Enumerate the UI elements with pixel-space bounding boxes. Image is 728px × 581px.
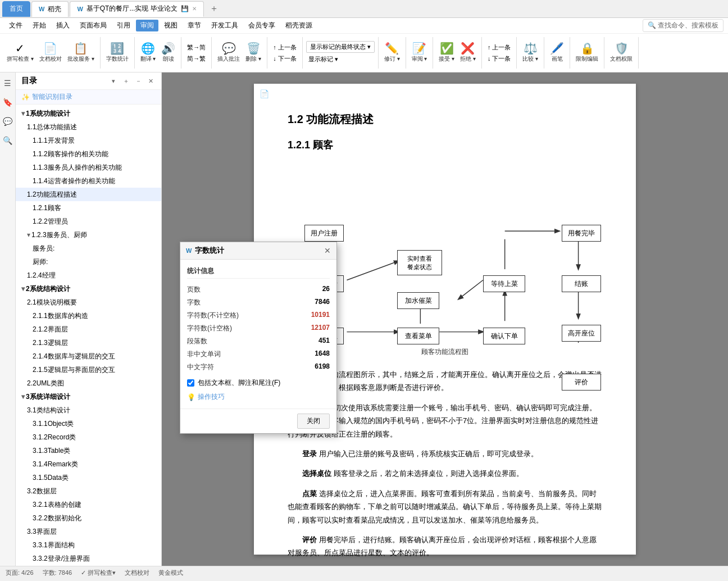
menu-insert[interactable]: 插入 xyxy=(52,20,74,31)
toc-item[interactable]: 1.2.4经理 xyxy=(16,269,161,282)
toc-item[interactable]: ▾2系统结构设计 xyxy=(16,282,161,296)
comments-panel-btn[interactable]: 💬 xyxy=(2,115,14,128)
toc-add-btn[interactable]: ＋ xyxy=(121,76,131,86)
smart-toc-btn[interactable]: ✨ 智能识别目录 xyxy=(21,92,72,102)
toc-minus-btn[interactable]: － xyxy=(133,76,143,86)
toc-item[interactable]: 1.1.3服务员人操作的相关功能 xyxy=(16,161,161,174)
status-spell[interactable]: ✓ 拼写检查▾ xyxy=(81,569,116,577)
toc-item[interactable]: 2.1.1数据库的构造 xyxy=(16,309,161,323)
menu-ref[interactable]: 引用 xyxy=(112,20,135,31)
bookmarks-btn[interactable]: 🔖 xyxy=(2,96,14,108)
toc-item[interactable]: 3.3.3桌位界面 xyxy=(16,565,161,566)
toc-item[interactable]: 1.2.1顾客 xyxy=(16,201,161,215)
toc-item[interactable]: 1.1总体功能描述 xyxy=(16,120,161,134)
toc-item[interactable]: 3.1.5Data类 xyxy=(16,471,161,484)
review-pane-btn[interactable]: 📝 审阅 ▾ xyxy=(410,39,430,67)
new-tab-button[interactable]: ＋ xyxy=(205,3,223,15)
toc-item[interactable]: ▾1系统功能设计 xyxy=(16,107,161,120)
menu-chapter[interactable]: 章节 xyxy=(183,20,206,31)
wordcount-btn[interactable]: 🔢 字数统计 xyxy=(104,39,131,67)
nav-panel-btn[interactable]: ☰ xyxy=(2,77,14,89)
tab-doc[interactable]: W 基于QT的餐厅...实现 毕业论文 💾 ✕ xyxy=(70,1,203,17)
toc-item[interactable]: 2.1.5逻辑层与界面层的交互 xyxy=(16,363,161,376)
show-markup-dropdown[interactable]: 显示标记的最终状态 ▾ xyxy=(306,41,375,53)
flow-node-review: 评价 xyxy=(562,374,601,391)
menu-view[interactable]: 视图 xyxy=(160,20,182,31)
toc-item[interactable]: 2.1.4数据库与逻辑层的交互 xyxy=(16,349,161,363)
restrict-btn[interactable]: 🔒 限制编辑 xyxy=(574,39,600,67)
insert-comment-btn[interactable]: 💬 插入批注 xyxy=(215,39,242,67)
status-compare[interactable]: 文档校对 xyxy=(125,569,149,577)
doc-compare-btn[interactable]: 📄 文档校对 xyxy=(37,39,64,67)
toc-item[interactable]: 3.1.1Object类 xyxy=(16,417,161,430)
menu-layout[interactable]: 页面布局 xyxy=(75,20,111,31)
accept-btn[interactable]: ✅ 接受 ▾ xyxy=(436,39,457,67)
toc-item[interactable]: ▾3系统详细设计 xyxy=(16,390,161,403)
toc-item[interactable]: 1.1.1开发背景 xyxy=(16,134,161,147)
tool-group-compare: ⚖️ 比较 ▾ xyxy=(520,37,544,69)
toc-item[interactable]: 3.2.1表格的创建 xyxy=(16,498,161,511)
toc-item[interactable]: 3.1类结构设计 xyxy=(16,403,161,417)
svg-line-13 xyxy=(458,280,483,299)
menu-review[interactable]: 审阅 xyxy=(136,20,158,31)
read-btn[interactable]: 🔊 朗读 xyxy=(159,39,178,67)
tool-group-wordcount: 🔢 字数统计 xyxy=(104,37,135,69)
toc-item[interactable]: 2.2UML类图 xyxy=(16,376,161,390)
menu-wps-res[interactable]: 稻壳资源 xyxy=(281,20,317,31)
compare-btn[interactable]: ⚖️ 比较 ▾ xyxy=(520,39,540,67)
toc-item[interactable]: 3.3界面层 xyxy=(16,525,161,538)
toc-item[interactable]: 1.1.4运营者操作的相关功能 xyxy=(16,174,161,188)
toc-item[interactable]: 3.3.1界面结构 xyxy=(16,538,161,552)
show-marks-btn[interactable]: 显示标记 ▾ xyxy=(306,54,375,65)
translate-btn[interactable]: 🌐 翻译 ▾ xyxy=(138,39,158,67)
toc-item[interactable]: 3.3.2登录/注册界面 xyxy=(16,552,161,565)
next-change-btn[interactable]: ↓ 下一条 xyxy=(485,53,513,64)
tab-close-btn[interactable]: ✕ xyxy=(192,6,197,12)
track-btn[interactable]: ✏️ 修订 ▾ xyxy=(382,39,402,67)
search-panel-btn[interactable]: 🔍 xyxy=(2,134,14,147)
toc-item[interactable]: 3.2数据层 xyxy=(16,484,161,498)
restrict-icon: 🔒 xyxy=(580,43,594,54)
toc-item[interactable]: 3.1.3Table类 xyxy=(16,444,161,457)
toc-item[interactable]: 3.1.2Record类 xyxy=(16,430,161,444)
toc-item[interactable]: 3.1.4Remark类 xyxy=(16,457,161,471)
menu-file[interactable]: 文件 xyxy=(4,20,27,31)
tab-home[interactable]: 首页 xyxy=(2,1,30,17)
toc-item[interactable]: 2.1.2界面层 xyxy=(16,323,161,336)
menu-start[interactable]: 开始 xyxy=(28,20,51,31)
toc-item[interactable]: 1.1.2顾客操作的相关功能 xyxy=(16,147,161,161)
toc-item[interactable]: ▾1.2.3服务员、厨师 xyxy=(16,228,161,242)
reject-icon: ❌ xyxy=(461,43,475,54)
spellcheck-btn[interactable]: ✓ 拼写检查 ▾ xyxy=(4,39,36,67)
document-area[interactable]: 📄 1.2 功能流程描述 1.2.1 顾客 xyxy=(162,72,728,566)
toc-item[interactable]: 厨师: xyxy=(16,255,161,269)
next-comment-btn[interactable]: ↓ 下一条 xyxy=(271,53,299,64)
toc-item[interactable]: 2.1模块说明概要 xyxy=(16,296,161,309)
toc-item[interactable]: 2.1.3逻辑层 xyxy=(16,336,161,349)
toc-item[interactable]: 1.2.2管理员 xyxy=(16,215,161,228)
toc-item[interactable]: 3.2.2数据初始化 xyxy=(16,511,161,525)
flow-node-login: 用户登录 xyxy=(304,275,344,292)
menu-dev[interactable]: 开发工具 xyxy=(207,20,243,31)
delete-comment-btn[interactable]: 🗑️ 删除 ▾ xyxy=(243,39,263,67)
pen-btn[interactable]: 🖊️ 画笔 xyxy=(548,39,566,67)
tab-wps[interactable]: W 稻壳 xyxy=(31,1,69,17)
menu-member[interactable]: 会员专享 xyxy=(244,20,280,31)
batch-service-btn[interactable]: 📋 批改服务 ▾ xyxy=(65,39,97,67)
reject-btn[interactable]: ❌ 拒绝 ▾ xyxy=(458,39,478,67)
tab-home-label: 首页 xyxy=(10,4,23,13)
simp-to-trad-btn[interactable]: 简→繁 xyxy=(185,53,208,64)
menu-search[interactable]: 🔍 查找命令、搜索模板 xyxy=(643,19,724,32)
permissions-btn[interactable]: 🛡️ 文档权限 xyxy=(608,39,635,67)
toc-close-btn[interactable]: ✕ xyxy=(145,76,156,86)
sidebar-header: 目录 ▾ ＋ － ✕ xyxy=(16,72,161,90)
trad-to-simp-btn[interactable]: 繁→简 xyxy=(185,42,208,53)
toc-item-active[interactable]: 1.2功能流程描述 xyxy=(16,188,161,201)
prev-change-btn[interactable]: ↑ 上一条 xyxy=(485,42,513,53)
prev-comment-btn[interactable]: ↑ 上一条 xyxy=(271,42,299,53)
tool-group-review: 📝 审阅 ▾ xyxy=(410,37,434,69)
status-page: 页面: 4/26 xyxy=(6,569,34,577)
toc-expand-btn[interactable]: ▾ xyxy=(108,76,119,86)
tab-save-icon[interactable]: 💾 xyxy=(181,5,189,12)
toc-item[interactable]: 服务员: xyxy=(16,242,161,255)
